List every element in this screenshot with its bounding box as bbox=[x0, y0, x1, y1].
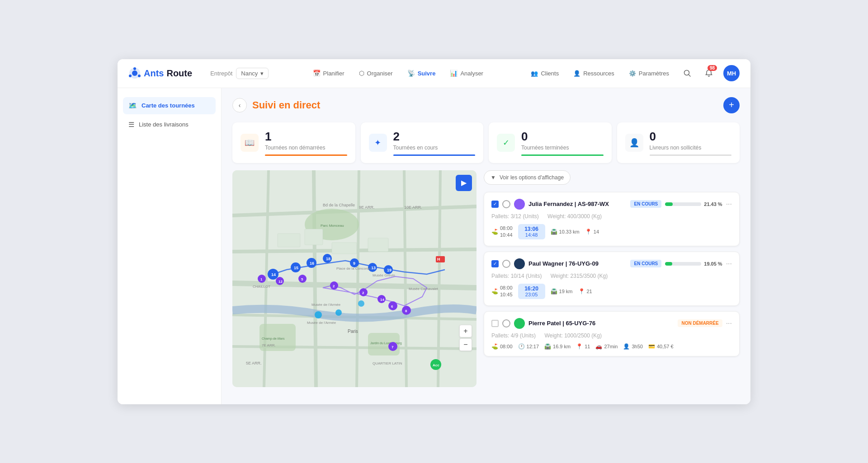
stat-info-3: 0 Livreurs non sollicités bbox=[650, 130, 732, 156]
route-1-sub: Pallets: 3/12 (Units) Weight: 400/3000 (… bbox=[491, 213, 732, 220]
logo-ants: Ants bbox=[144, 68, 164, 79]
svg-text:Acc: Acc bbox=[433, 363, 439, 367]
route-3-weight: Weight: 1000/2500 (Kg) bbox=[544, 332, 602, 339]
add-button[interactable]: + bbox=[723, 97, 740, 113]
route-1-status: EN COURS bbox=[630, 200, 661, 208]
svg-point-3 bbox=[138, 75, 141, 77]
search-button[interactable] bbox=[680, 66, 694, 80]
sidebar-item-liste[interactable]: ☰ Liste des livraisons bbox=[123, 116, 216, 133]
svg-point-80 bbox=[358, 300, 364, 307]
route-3-cost-val: 40,57 € bbox=[657, 344, 674, 349]
route-3-menu-button[interactable]: ··· bbox=[726, 319, 732, 327]
route-1-progress: 21.43 % bbox=[665, 201, 722, 207]
logo-route: Route bbox=[166, 68, 192, 79]
main-nav: 📅 Planifier ⬡ Organiser 📡 Suivre 📊 Analy… bbox=[279, 67, 516, 80]
svg-text:1: 1 bbox=[260, 277, 263, 281]
route-2-distance-val: 19 km bbox=[559, 289, 573, 294]
nav-organiser-label: Organiser bbox=[367, 70, 393, 77]
filter-icon: ▼ bbox=[491, 174, 496, 181]
svg-text:Musée de l'Armée: Musée de l'Armée bbox=[307, 321, 336, 325]
clients-action[interactable]: 👥 Clients bbox=[527, 68, 562, 79]
svg-text:7: 7 bbox=[392, 345, 394, 349]
svg-text:19: 19 bbox=[387, 268, 392, 272]
zoom-in-button[interactable]: + bbox=[459, 325, 472, 337]
header-right: 👥 Clients 👤 Ressources ⚙️ Paramètres 98 … bbox=[527, 65, 740, 81]
route-3-time-start: 08:00 bbox=[500, 344, 513, 349]
route-1-circle bbox=[502, 200, 510, 208]
route-card-3: Pierre Patel | 65-UYG-76 NON DÉMARRÉE ··… bbox=[484, 311, 740, 356]
svg-rect-28 bbox=[368, 238, 388, 252]
parametres-action[interactable]: ⚙️ Paramètres bbox=[625, 68, 673, 79]
nav-organiser[interactable]: ⬡ Organiser bbox=[353, 67, 399, 80]
notif-badge: 98 bbox=[708, 65, 717, 71]
route-2-progress: 19.05 % bbox=[665, 261, 722, 267]
map-expand-button[interactable]: ▶ bbox=[456, 175, 472, 191]
svg-text:13: 13 bbox=[371, 266, 376, 270]
zoom-out-button[interactable]: − bbox=[459, 338, 472, 351]
route-1-distance: 🛣️ 10.33 km bbox=[551, 229, 580, 235]
stat-underline-3 bbox=[650, 154, 732, 156]
route-card-2: ✓ Paul Wagner | 76-UYG-09 EN COURS 19.05… bbox=[484, 252, 740, 306]
svg-text:Musée de l'Armée: Musée de l'Armée bbox=[311, 303, 341, 307]
person-icon-3: 👤 bbox=[623, 343, 630, 350]
svg-line-15 bbox=[314, 170, 316, 387]
sidebar-item-carte[interactable]: 🗺️ Carte des tournées bbox=[123, 97, 216, 114]
route-2-sub: Pallets: 10/14 (Units) Weight: 2315/3500… bbox=[491, 273, 732, 279]
route-2-menu-button[interactable]: ··· bbox=[726, 260, 732, 268]
app-container: AntsRoute Entrepôt Nancy ▾ 📅 Planifier ⬡… bbox=[118, 59, 750, 404]
stat-info-2: 0 Tournées terminées bbox=[521, 130, 604, 156]
page-body: 🗺️ Carte des tournées ☰ Liste des livrai… bbox=[118, 88, 750, 404]
ressources-action[interactable]: 👤 Ressources bbox=[570, 68, 618, 79]
sidebar-carte-label: Carte des tournées bbox=[142, 102, 195, 109]
svg-text:QUARTIER LATIN: QUARTIER LATIN bbox=[373, 361, 402, 365]
route-3-duration-val: 27min bbox=[604, 344, 618, 349]
svg-text:2: 2 bbox=[333, 284, 335, 288]
route-2-hl-start: 16:20 bbox=[524, 285, 538, 292]
back-button[interactable]: ‹ bbox=[232, 98, 247, 112]
display-options-button[interactable]: ▼ Voir les options d'affichage bbox=[484, 170, 571, 185]
route-2-avatar bbox=[514, 258, 525, 269]
chart-icon: 📊 bbox=[450, 70, 458, 77]
stat-info-0: 1 Tournées non démarrées bbox=[265, 130, 347, 156]
route-3-stats: ⛳ 08:00 🕐 12:17 🛣️ 16.9 km bbox=[491, 343, 732, 350]
route-3-stop-time: 🕐 12:17 bbox=[518, 343, 539, 350]
svg-point-2 bbox=[133, 67, 136, 70]
nav-planifier[interactable]: 📅 Planifier bbox=[307, 67, 351, 80]
location-icon-2: 📍 bbox=[578, 288, 585, 295]
nav-analyser-label: Analyser bbox=[460, 70, 483, 77]
user-avatar[interactable]: MH bbox=[723, 65, 740, 81]
sidebar: 🗺️ Carte des tournées ☰ Liste des livrai… bbox=[118, 88, 222, 404]
route-3-total-time-val: 3h50 bbox=[632, 344, 642, 349]
ressources-label: Ressources bbox=[583, 70, 614, 77]
route-2-distance: 🛣️ 19 km bbox=[551, 288, 573, 295]
route-2-pallets: Pallets: 10/14 (Units) bbox=[491, 273, 542, 279]
book-icon: 📖 bbox=[241, 134, 259, 152]
route-1-checkbox[interactable]: ✓ bbox=[491, 201, 499, 208]
clock-icon: 🕐 bbox=[518, 343, 525, 350]
check-icon: ✓ bbox=[493, 201, 497, 206]
notifications-button[interactable]: 98 bbox=[702, 66, 716, 80]
route-1-pallets: Pallets: 3/12 (Units) bbox=[491, 213, 539, 220]
route-card-1: ✓ Julia Fernandez | AS-987-WX EN COURS 2… bbox=[484, 192, 740, 246]
route-1-progress-bar bbox=[665, 202, 673, 206]
stat-non-sollicites: 👤 0 Livreurs non sollicités bbox=[617, 122, 740, 163]
route-1-menu-button[interactable]: ··· bbox=[726, 200, 732, 208]
nav-suivre[interactable]: 📡 Suivre bbox=[401, 67, 442, 80]
nav-analyser[interactable]: 📊 Analyser bbox=[443, 67, 490, 80]
route-2-progress-bar bbox=[665, 262, 672, 266]
route-1-time-start: 08:00 bbox=[500, 225, 513, 231]
route-2-circle bbox=[502, 260, 510, 268]
svg-text:Musée Carnavalet: Musée Carnavalet bbox=[409, 287, 439, 291]
route-2-checkbox[interactable]: ✓ bbox=[491, 260, 499, 267]
svg-text:18: 18 bbox=[326, 257, 330, 261]
header: AntsRoute Entrepôt Nancy ▾ 📅 Planifier ⬡… bbox=[118, 59, 750, 88]
svg-text:12: 12 bbox=[278, 280, 283, 284]
route-2-weight: Weight: 2315/3500 (Kg) bbox=[551, 273, 608, 279]
route-3-total-time: 👤 3h50 bbox=[623, 343, 642, 350]
depot-select[interactable]: Nancy ▾ bbox=[236, 68, 269, 79]
route-3-circle bbox=[502, 319, 510, 327]
svg-text:Paris: Paris bbox=[348, 329, 358, 334]
flag-icon-2: ⛳ bbox=[491, 288, 498, 295]
route-3-checkbox[interactable] bbox=[491, 320, 499, 327]
sidebar-liste-label: Liste des livraisons bbox=[139, 121, 189, 128]
